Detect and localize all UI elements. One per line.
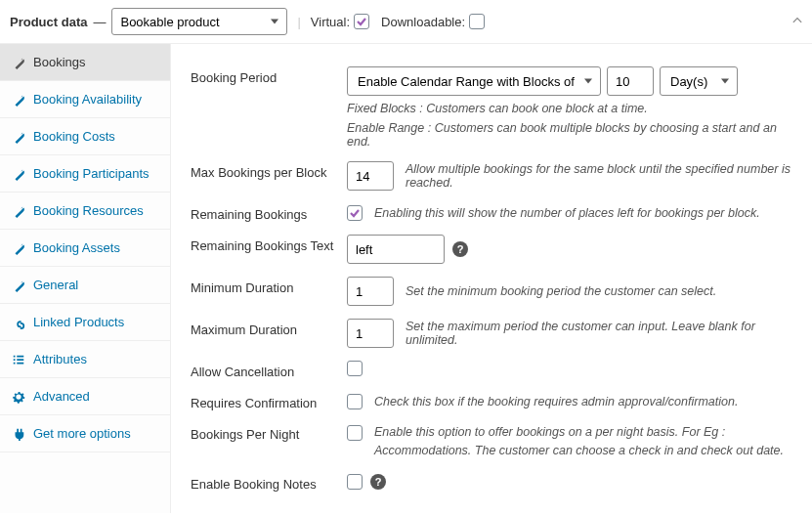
dash: — [93,15,106,29]
tab-label: General [33,278,78,292]
max-duration-label: Maximum Duration [191,319,347,348]
tab-booking-assets[interactable]: Booking Assets [0,230,170,267]
per-night-checkbox[interactable] [347,425,363,441]
tab-label: Linked Products [33,315,124,329]
tab-label: Booking Costs [33,129,115,144]
min-duration-label: Minimum Duration [191,277,347,306]
check-icon [358,19,365,24]
requires-confirmation-label: Requires Confirmation [191,392,347,410]
booking-period-select[interactable]: Enable Calendar Range with Blocks of [347,66,601,96]
remaining-bookings-checkbox[interactable] [347,205,363,221]
tab-booking-availability[interactable]: Booking Availability [0,81,170,118]
enable-notes-label: Enable Booking Notes [191,473,347,492]
per-night-label: Bookings Per Night [191,423,347,460]
requires-confirmation-checkbox[interactable] [347,394,363,409]
tab-label: Booking Availability [33,92,142,107]
link-icon [12,316,25,329]
tab-booking-participants[interactable]: Booking Participants [0,155,170,193]
tab-label: Bookings [33,55,85,69]
wrench-icon [12,56,25,69]
remaining-bookings-help: Enabling this will show the number of pl… [374,206,760,220]
list-icon [12,353,25,366]
virtual-checkbox[interactable] [354,14,369,29]
plugin-icon [12,427,25,441]
tab-label: Get more options [33,426,131,441]
help-icon[interactable]: ? [370,474,386,490]
product-type-select[interactable]: Bookable product [111,8,287,35]
max-bookings-label: Max Bookings per Block [191,161,347,191]
tab-label: Attributes [33,352,87,366]
fixed-blocks-help: Fixed Blocks : Customers can book one bl… [347,102,792,115]
settings-tabs: BookingsBooking AvailabilityBooking Cost… [0,44,171,513]
per-night-help: Enable this option to offer bookings on … [374,423,792,460]
chevron-up-icon [793,19,801,22]
remaining-bookings-label: Remaining Bookings [191,203,347,222]
allow-cancel-checkbox[interactable] [347,361,363,376]
wrench-icon [12,93,25,107]
gear-icon [12,390,25,404]
remaining-text-label: Remaining Bookings Text [191,235,347,264]
tab-label: Booking Participants [33,166,150,181]
tab-booking-resources[interactable]: Booking Resources [0,193,170,230]
wrench-icon [12,279,25,292]
collapse-toggle[interactable] [792,17,802,26]
wrench-icon [12,241,25,255]
max-bookings-input[interactable] [347,161,394,191]
tab-bookings[interactable]: Bookings [0,44,170,81]
tab-get-more-options[interactable]: Get more options [0,415,170,452]
max-duration-help: Set the maximum period the customer can … [406,320,792,347]
virtual-checkbox-label[interactable]: Virtual: [311,14,369,29]
wrench-icon [12,167,25,181]
product-data-label: Product data [10,15,87,29]
tab-attributes[interactable]: Attributes [0,341,170,378]
tab-label: Booking Assets [33,240,120,255]
tab-label: Advanced [33,389,90,404]
tab-linked-products[interactable]: Linked Products [0,304,170,341]
booking-period-label: Booking Period [191,66,347,149]
tab-general[interactable]: General [0,267,170,304]
blocks-count-input[interactable] [607,66,654,96]
range-blocks-help: Enable Range : Customers can book multip… [347,121,792,149]
wrench-icon [12,130,25,144]
downloadable-checkbox-label[interactable]: Downloadable: [381,14,485,29]
requires-confirmation-help: Check this box if the booking requires a… [374,395,738,408]
panel-header: Product data — Bookable product | Virtua… [0,0,812,44]
remaining-text-input[interactable] [347,235,445,264]
downloadable-checkbox[interactable] [469,14,485,29]
max-bookings-help: Allow multiple bookings for the same blo… [406,162,792,190]
enable-notes-checkbox[interactable] [347,474,363,490]
tab-label: Booking Resources [33,203,144,218]
tab-booking-costs[interactable]: Booking Costs [0,118,170,155]
min-duration-input[interactable] [347,277,394,306]
allow-cancel-label: Allow Cancellation [191,361,347,379]
check-icon [351,210,359,216]
max-duration-input[interactable] [347,319,394,348]
tab-content: Booking Period Enable Calendar Range wit… [171,44,812,513]
wrench-icon [12,204,25,218]
separator: | [297,15,300,29]
blocks-unit-select[interactable]: Day(s) [660,66,738,96]
help-icon[interactable]: ? [452,241,468,257]
tab-advanced[interactable]: Advanced [0,378,170,415]
min-duration-help: Set the minimum booking period the custo… [406,284,716,298]
